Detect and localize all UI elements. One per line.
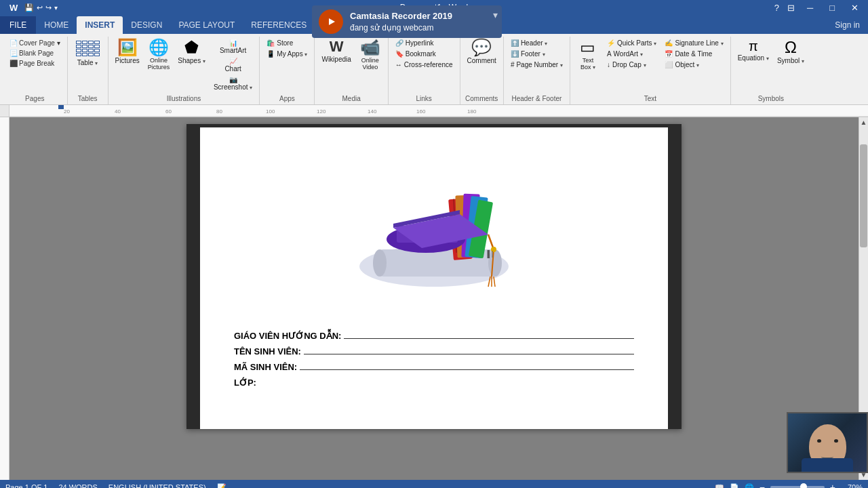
table-icon [76,41,100,56]
header-icon: ⬆️ [511,39,519,47]
svg-text:80: 80 [216,108,222,115]
svg-text:180: 180 [467,108,477,115]
date-time-icon: 📅 [665,50,673,58]
sign-in[interactable]: Sign in [827,16,868,34]
tab-page-layout[interactable]: PAGE LAYOUT [170,16,243,34]
webcam-feed [788,413,867,472]
bookmark-btn[interactable]: 🔖 Bookmark [393,49,456,59]
chart-icon: 📈 [229,58,237,65]
symbol-btn[interactable]: Ω Symbol ▾ [774,38,807,66]
my-apps-btn[interactable]: 📱 My Apps ▾ [264,49,310,59]
date-time-btn[interactable]: 📅 Date & Time [662,49,726,59]
apps-label: Apps [279,94,295,104]
ribbon-group-media: W Wikipedia 📹 OnlineVideo Media [315,37,388,104]
web-layout-icon[interactable]: 🌐 [745,483,754,489]
comment-icon: 💬 [471,39,492,56]
svg-text:140: 140 [368,108,377,115]
smartart-btn[interactable]: 📊 SmartArt [211,38,255,56]
ruler-svg: 20 40 60 80 100 120 140 160 180 [9,105,868,117]
right-margin [668,124,682,429]
print-layout-icon[interactable]: 📄 [730,483,739,489]
equation-btn[interactable]: π Equation ▾ [735,38,772,63]
left-margin [186,124,200,429]
cross-reference-btn[interactable]: ↔ Cross-reference [393,60,456,70]
tab-design[interactable]: DESIGN [123,16,170,34]
camtasia-close-btn[interactable]: ▾ [493,9,498,20]
zoom-thumb [800,483,807,488]
tab-home[interactable]: HOME [36,16,77,34]
read-mode-icon[interactable]: 📖 [715,483,724,489]
minimize-btn[interactable]: ─ [803,3,817,13]
text-box-btn[interactable]: ▭ TextBox ▾ [574,38,601,72]
edit-document-icon[interactable]: 📝 [217,483,226,489]
screenshot-btn[interactable]: 📷 Screenshot ▾ [211,75,255,92]
doc-text-area: GIÁO VIÊN HƯỚNG DẪN: TÊN SINH VIÊN: MÃ S… [214,331,654,388]
qat-customize[interactable]: ▾ [54,4,58,12]
text-box-icon: ▭ [580,39,595,56]
chart-btn[interactable]: 📈 Chart [211,56,255,74]
wordart-btn[interactable]: A WordArt ▾ [604,49,659,59]
qat-save[interactable]: 💾 [24,3,34,12]
class-label: LỚP: [234,378,256,388]
tab-references[interactable]: REFERENCES [243,16,315,34]
hyperlink-icon: 🔗 [395,39,403,47]
ruler-corner [0,105,9,117]
smartart-icon: 📊 [229,39,237,47]
quick-parts-btn[interactable]: ⚡ Quick Parts ▾ [604,38,659,48]
doc-scroll[interactable]: ▐ | GIÁO VIÊN HƯỚNG DẪN: TÊN SINH VIÊN: [9,117,859,480]
close-btn[interactable]: ✕ [847,3,863,13]
tab-insert[interactable]: INSERT [77,16,123,34]
ribbon-group-text: ▭ TextBox ▾ ⚡ Quick Parts ▾ A WordArt ▾ … [570,37,731,104]
ribbon-display[interactable]: ⊟ [787,3,795,13]
store-btn[interactable]: 🛍️ Store [264,38,310,48]
table-btn[interactable]: Table ▾ [72,38,104,68]
ribbon-group-symbols: π Equation ▾ Ω Symbol ▾ Symbols [731,37,811,104]
quick-parts-icon: ⚡ [607,39,615,47]
cover-page-btn[interactable]: 📄 Cover Page ▾ [7,38,63,48]
header-footer-label: Header & Footer [511,94,561,104]
help-icon[interactable]: ? [774,3,779,13]
maximize-btn[interactable]: □ [825,3,839,13]
zoom-minus-icon[interactable]: − [760,482,765,488]
hyperlink-btn[interactable]: 🔗 Hyperlink [393,38,456,48]
graduation-image: ▐ | [346,161,522,297]
camtasia-text: Camtasia Recorder 2019 đang sử dụng webc… [350,10,452,34]
illustrations-label: Illustrations [167,94,201,104]
online-video-btn[interactable]: 📹 OnlineVideo [357,38,384,72]
ribbon-group-pages: 📄 Cover Page ▾ 📃 Blank Page ⬛ Page Break… [3,37,68,104]
scroll-thumb[interactable] [860,144,867,247]
qat: W 💾 ↩ ↪ ▾ [5,3,58,13]
qat-redo[interactable]: ↪ [45,3,52,12]
header-btn[interactable]: ⬆️ Header ▾ [508,38,566,48]
object-btn[interactable]: ⬜ Object ▾ [662,60,726,70]
comment-btn[interactable]: 💬 Comment [465,38,499,66]
online-pictures-btn[interactable]: 🌐 OnlinePictures [145,38,173,72]
ribbon-group-tables: Table ▾ Tables [68,37,108,104]
ribbon-group-links: 🔗 Hyperlink 🔖 Bookmark ↔ Cross-reference… [389,37,460,104]
pictures-btn[interactable]: 🖼️ Pictures [113,38,142,66]
signature-line-btn[interactable]: ✍ Signature Line ▾ [662,38,726,48]
drop-cap-btn[interactable]: ↓ Drop Cap ▾ [604,60,659,70]
pages-label: Pages [25,94,44,104]
page-number-btn[interactable]: # Page Number ▾ [508,60,566,70]
online-pictures-icon: 🌐 [149,39,169,56]
svg-text:160: 160 [416,108,426,115]
zoom-level[interactable]: 70% [841,483,863,488]
footer-btn[interactable]: ⬇️ Footer ▾ [508,49,566,59]
shapes-btn[interactable]: ⬟ Shapes ▾ [175,38,208,66]
object-icon: ⬜ [665,61,673,68]
page-content: ▐ | GIÁO VIÊN HƯỚNG DẪN: TÊN SINH VIÊN: [200,127,668,401]
tab-file[interactable]: FILE [0,16,36,34]
scroll-up-btn[interactable]: ▲ [859,117,868,127]
footer-icon: ⬇️ [511,50,519,58]
my-apps-icon: 📱 [267,50,275,58]
page-break-icon: ⬛ [9,60,18,67]
blank-page-btn[interactable]: 📃 Blank Page [7,48,63,58]
wikipedia-btn[interactable]: W Wikipedia [319,38,353,64]
svg-text:20: 20 [64,108,70,115]
page-break-btn[interactable]: ⬛ Page Break [7,58,63,68]
qat-undo[interactable]: ↩ [37,3,43,12]
cross-reference-icon: ↔ [395,61,402,68]
zoom-plus-icon[interactable]: + [830,482,835,488]
symbol-icon: Ω [785,39,797,56]
